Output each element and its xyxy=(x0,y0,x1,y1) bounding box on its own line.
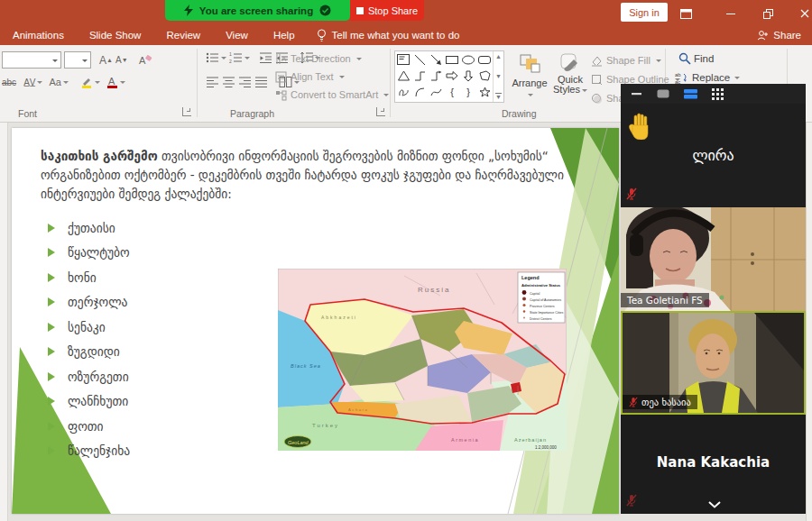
shape-down-arrow[interactable] xyxy=(463,70,474,82)
participant-tile-tea-khasaia[interactable]: თეა ხასაია xyxy=(621,311,806,415)
svg-text:A: A xyxy=(281,55,287,63)
tab-animations[interactable]: Animations xyxy=(0,25,77,45)
chevron-down-icon[interactable] xyxy=(707,500,722,508)
shape-right-brace[interactable]: } xyxy=(466,87,470,97)
map-label-turkey: Turkey xyxy=(312,423,339,428)
bullet-triangle-icon xyxy=(48,347,55,356)
svg-text:A: A xyxy=(139,55,146,66)
tab-view[interactable]: View xyxy=(213,25,261,45)
sharing-banner-label: You are screen sharing xyxy=(199,5,313,16)
font-size-combobox[interactable] xyxy=(64,51,91,69)
map-label-russia: Russia xyxy=(418,286,450,294)
shapes-gallery: { } ▲ ▼ ▼ xyxy=(394,50,504,103)
sign-in-button[interactable]: Sign in xyxy=(621,3,668,22)
shape-scribble[interactable] xyxy=(398,87,410,97)
tab-help[interactable]: Help xyxy=(261,25,308,45)
font-name-combobox[interactable] xyxy=(2,51,61,69)
georgia-map-image[interactable]: Russia Black Sea Abkhazeti Achara Turkey… xyxy=(278,269,567,451)
arrange-button[interactable]: Arrange xyxy=(508,52,551,99)
shape-elbow-connector[interactable] xyxy=(414,70,426,81)
shape-right-arrow[interactable] xyxy=(446,70,458,81)
share-button[interactable]: Share xyxy=(757,25,801,45)
increase-font-size-button[interactable]: A▲ xyxy=(99,54,113,67)
participant-name: Nana Kakachia xyxy=(621,454,806,471)
ribbon-display-options-button[interactable] xyxy=(677,7,695,20)
restore-button[interactable] xyxy=(759,7,777,20)
shape-pentagon[interactable] xyxy=(479,70,491,81)
slide-bullet-list[interactable]: ქუთაისი წყალტუბო ხონი თერჯოლა სენაკი ზუგ… xyxy=(48,215,130,463)
align-center-button[interactable] xyxy=(222,76,235,88)
bullet-triangle-icon xyxy=(48,224,55,233)
character-spacing-button[interactable]: A̲V̲ xyxy=(23,78,42,87)
quick-styles-button[interactable]: QuickStyles xyxy=(552,52,588,95)
stop-share-button[interactable]: Stop Share xyxy=(350,0,424,21)
shape-arrow[interactable] xyxy=(430,54,442,66)
share-person-icon xyxy=(757,30,769,41)
tell-me-box[interactable]: Tell me what you want to do xyxy=(308,29,469,42)
shapes-gallery-scrollbar[interactable]: ▲ ▼ ▼ xyxy=(493,51,503,102)
find-button[interactable]: Find xyxy=(678,52,714,65)
shape-textbox[interactable] xyxy=(397,54,410,65)
shape-rectangle[interactable] xyxy=(446,55,458,65)
zoom-grid-view-icon[interactable] xyxy=(712,88,724,100)
zoom-speaker-view-icon[interactable] xyxy=(657,89,669,98)
shape-star[interactable] xyxy=(479,87,491,97)
decrease-indent-button[interactable] xyxy=(259,51,272,64)
decrease-indent-icon xyxy=(259,51,272,64)
clear-formatting-button[interactable]: A xyxy=(138,54,152,67)
convert-to-smartart-button[interactable]: Convert to SmartArt xyxy=(275,87,389,103)
participant-tile-tea-goletiani[interactable]: Tea Goletiani FS xyxy=(621,207,806,311)
zoom-minimize-icon[interactable] xyxy=(632,89,642,98)
shape-curve[interactable] xyxy=(430,87,442,97)
shape-oval[interactable] xyxy=(462,55,475,65)
participant-name: ლირა xyxy=(621,147,806,164)
muted-mic-icon xyxy=(629,397,638,407)
participant-tile-nana-kakachia[interactable]: Nana Kakachia xyxy=(621,415,806,514)
minimize-button[interactable] xyxy=(722,7,740,20)
zoom-gallery-view-icon[interactable] xyxy=(684,89,697,99)
find-icon xyxy=(678,52,691,65)
align-right-button[interactable] xyxy=(238,76,252,88)
participant-tile-lira[interactable]: ლირა xyxy=(621,104,806,207)
tab-review[interactable]: Review xyxy=(153,25,213,45)
paragraph-group-label: Paragraph xyxy=(230,108,274,119)
align-text-button[interactable]: Align Text xyxy=(275,69,389,85)
align-left-button[interactable] xyxy=(206,76,219,88)
svg-text:Capital of Autonomies: Capital of Autonomies xyxy=(530,298,561,302)
zoom-meeting-panel: ლირა T xyxy=(621,84,806,514)
bullets-button[interactable] xyxy=(206,51,226,64)
text-direction-button[interactable]: A Text Direction xyxy=(275,50,389,67)
slide-paragraph[interactable]: საკითხის გარშემო თვისობრივი ინფორმაციის … xyxy=(41,147,589,204)
justify-button[interactable] xyxy=(254,76,268,88)
smartart-icon xyxy=(275,89,287,101)
shape-outline-icon xyxy=(591,74,603,86)
shape-triangle[interactable] xyxy=(398,70,410,81)
bullet-triangle-icon xyxy=(48,248,55,257)
slide-scrollbar[interactable] xyxy=(806,123,812,521)
change-case-button[interactable]: Aa xyxy=(49,77,68,87)
shape-rounded-rectangle[interactable] xyxy=(478,55,491,65)
highlight-color-button[interactable] xyxy=(80,76,100,88)
map-logo-label: GeoLand xyxy=(288,440,309,445)
shape-line[interactable] xyxy=(414,54,426,66)
shape-fill-button[interactable]: Shape Fill xyxy=(591,52,680,69)
tell-me-label: Tell me what you want to do xyxy=(332,30,460,41)
sharing-check-icon xyxy=(319,5,331,16)
shape-arc[interactable] xyxy=(414,87,426,97)
bullet-triangle-icon xyxy=(48,446,55,455)
svg-text:District Centers: District Centers xyxy=(530,317,552,321)
shape-elbow-arrow-connector[interactable] xyxy=(430,70,442,81)
bullet-triangle-icon xyxy=(48,422,55,431)
font-dialog-launcher[interactable] xyxy=(182,107,191,116)
paragraph-dialog-launcher[interactable] xyxy=(376,107,385,116)
font-color-button[interactable]: A xyxy=(106,76,125,88)
replace-button[interactable]: abac Replace xyxy=(675,71,740,84)
slide-canvas[interactable]: საკითხის გარშემო თვისობრივი ინფორმაციის … xyxy=(12,128,619,514)
numbering-button[interactable]: 12 xyxy=(229,51,250,64)
tab-slide-show[interactable]: Slide Show xyxy=(77,25,154,45)
svg-text:Administrative Status: Administrative Status xyxy=(521,283,561,288)
close-button[interactable] xyxy=(796,7,812,20)
decrease-font-size-button[interactable]: A▼ xyxy=(115,55,128,65)
strikethrough-button[interactable]: abc xyxy=(2,78,16,87)
shape-left-brace[interactable]: { xyxy=(450,87,454,97)
